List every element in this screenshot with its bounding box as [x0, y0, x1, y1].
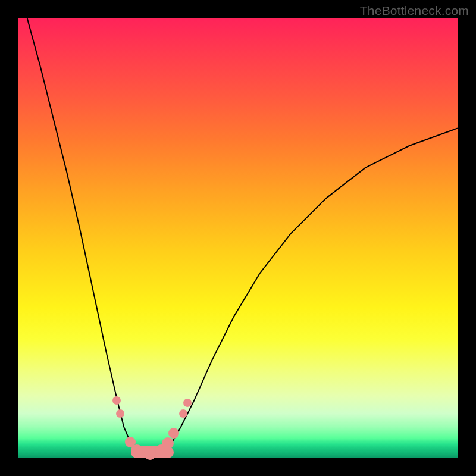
curve-marker-dot: [144, 448, 156, 460]
watermark-text: TheBottleneck.com: [360, 4, 469, 18]
bottleneck-curve: [18, 18, 458, 458]
curve-marker-dot: [112, 396, 121, 405]
curve-marker-dot: [168, 428, 179, 439]
chart-frame: TheBottleneck.com: [0, 0, 476, 476]
curve-marker-dot: [179, 409, 187, 418]
plot-area: [18, 18, 458, 458]
curve-marker-dot: [183, 399, 192, 407]
